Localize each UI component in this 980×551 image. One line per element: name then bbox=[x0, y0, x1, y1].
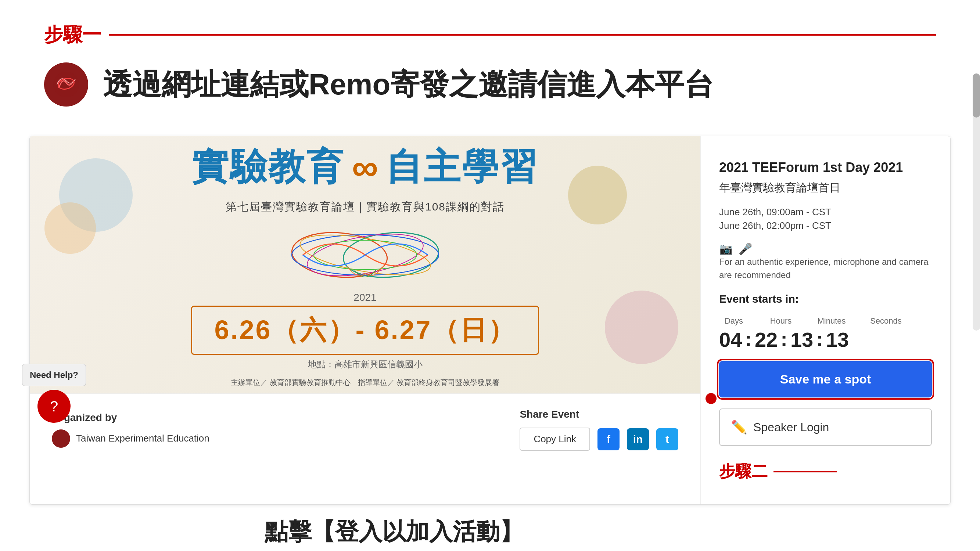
event-title-en: 2021 TEEForum 1st Day 2021 bbox=[719, 158, 932, 177]
banner-organizers: 主辦單位／ 教育部實驗教育推動中心 指導單位／ 教育部終身教育司暨教學發展署 bbox=[45, 378, 686, 387]
banner-title-part1: 實驗教育 bbox=[192, 143, 345, 192]
event-dates: June 26th, 09:00am - CST June 26th, 02:0… bbox=[719, 206, 932, 232]
step-one-label: 步驟一 bbox=[44, 22, 936, 48]
organizer-name-text: Taiwan Experimental Education bbox=[76, 433, 210, 444]
event-info-title: 2021 TEEForum 1st Day 2021 年臺灣實驗教育論壇首日 bbox=[719, 158, 932, 195]
twitter-letter: t bbox=[665, 433, 669, 446]
event-starts-label: Event starts in: bbox=[719, 293, 932, 305]
facebook-icon[interactable]: f bbox=[598, 428, 619, 450]
banner-year: 2021 bbox=[45, 292, 686, 303]
deco-circle-3 bbox=[605, 291, 678, 364]
countdown-section: Days Hours Minutes Seconds 04 : 22 : 13 … bbox=[719, 316, 932, 350]
speaker-login-icon: ✏️ bbox=[731, 419, 748, 435]
camera-icon: 📷 bbox=[719, 243, 733, 255]
countdown-values: 04 : 22 : 13 : 13 bbox=[719, 329, 932, 350]
need-help-label: Need Help? bbox=[22, 364, 86, 386]
microphone-icon: 🎤 bbox=[738, 243, 752, 255]
countdown-seconds: 13 bbox=[826, 330, 849, 350]
media-note: For an authentic experience, microphone … bbox=[719, 255, 932, 282]
deco-circle-2 bbox=[45, 202, 96, 254]
organizer-logo-small bbox=[52, 429, 70, 448]
banner-title-part2: 自主學習 bbox=[385, 143, 538, 192]
help-question-icon: ? bbox=[50, 398, 58, 415]
twitter-icon[interactable]: t bbox=[656, 428, 678, 450]
main-instruction-title: 透過網址連結或Remo寄發之邀請信進入本平台 bbox=[103, 67, 714, 102]
event-title-zh: 年臺灣實驗教育論壇首日 bbox=[719, 180, 932, 195]
banner-title-infinity: ∞ bbox=[352, 146, 378, 189]
infinity-decoration-svg bbox=[274, 225, 457, 284]
step-two-line bbox=[773, 471, 837, 472]
share-label: Share Event bbox=[520, 408, 579, 420]
countdown-days: 04 bbox=[719, 330, 742, 350]
copy-link-button[interactable]: Copy Link bbox=[520, 427, 590, 451]
organizer-row: Taiwan Experimental Education bbox=[52, 429, 210, 448]
event-date-1: June 26th, 09:00am - CST bbox=[719, 206, 932, 218]
annotation-red-dot bbox=[705, 393, 716, 404]
step-two-text: 步驟二 bbox=[719, 460, 768, 482]
media-section: 📷 🎤 For an authentic experience, microph… bbox=[719, 243, 932, 282]
need-help-widget: Need Help? ? bbox=[22, 364, 86, 423]
event-right-panel: 2021 TEEForum 1st Day 2021 年臺灣實驗教育論壇首日 J… bbox=[700, 136, 950, 504]
step-two-in-panel: 步驟二 bbox=[719, 460, 932, 482]
minutes-label: Minutes bbox=[813, 316, 850, 326]
countdown-labels: Days Hours Minutes Seconds bbox=[719, 316, 932, 326]
speaker-login-button[interactable]: ✏️ Speaker Login bbox=[719, 408, 932, 446]
logo-circle bbox=[44, 62, 88, 106]
help-icon-button[interactable]: ? bbox=[38, 390, 70, 423]
event-left-panel: 實驗教育 ∞ 自主學習 第七屆臺灣實驗教育論壇｜實驗教育與108課綱的對話 bbox=[30, 136, 700, 504]
facebook-letter: f bbox=[607, 433, 610, 446]
media-icons: 📷 🎤 bbox=[719, 243, 932, 255]
share-section: Share Event Copy Link f in t bbox=[520, 408, 678, 451]
event-card: 實驗教育 ∞ 自主學習 第七屆臺灣實驗教育論壇｜實驗教育與108課綱的對話 bbox=[29, 136, 951, 505]
speaker-login-label: Speaker Login bbox=[753, 421, 829, 434]
seconds-label: Seconds bbox=[867, 316, 904, 326]
step-two-section: 點擊【登入以加入活動】 bbox=[0, 505, 980, 551]
step-one-line bbox=[109, 34, 936, 36]
step-one-section: 步驟一 透過網址連結或Remo寄發之邀請信進入本平台 bbox=[0, 0, 980, 136]
deco-circle-4 bbox=[568, 166, 627, 224]
organizer-main: 主辦單位／ 教育部實驗教育推動中心 bbox=[231, 378, 350, 387]
event-bottom-bar: Organized by Taiwan Experimental Educati… bbox=[30, 394, 700, 465]
organizer-supervisor: 指導單位／ 教育部終身教育司暨教學發展署 bbox=[358, 378, 500, 387]
countdown-hours: 22 bbox=[755, 330, 778, 350]
step-two-label-row: 步驟二 bbox=[719, 460, 932, 482]
share-buttons: Copy Link f in t bbox=[520, 427, 678, 451]
banner-location: 地點：高雄市新興區信義國小 bbox=[45, 359, 686, 370]
event-banner: 實驗教育 ∞ 自主學習 第七屆臺灣實驗教育論壇｜實驗教育與108課綱的對話 bbox=[30, 136, 700, 394]
scrollbar-track bbox=[973, 73, 980, 330]
event-date-2: June 26th, 02:00pm - CST bbox=[719, 220, 932, 232]
scrollbar-thumb[interactable] bbox=[973, 73, 980, 118]
hours-label: Hours bbox=[766, 316, 795, 326]
linkedin-icon[interactable]: in bbox=[627, 428, 649, 450]
linkedin-letter: in bbox=[633, 433, 643, 446]
main-title-row: 透過網址連結或Remo寄發之邀請信進入本平台 bbox=[44, 62, 936, 106]
step-two-instruction: 點擊【登入以加入活動】 bbox=[44, 516, 936, 548]
days-label: Days bbox=[719, 316, 748, 326]
save-spot-button[interactable]: Save me a spot bbox=[719, 361, 932, 397]
countdown-minutes: 13 bbox=[791, 330, 813, 350]
step-one-text: 步驟一 bbox=[44, 22, 102, 48]
banner-date: 6.26（六）- 6.27（日） bbox=[214, 313, 515, 348]
